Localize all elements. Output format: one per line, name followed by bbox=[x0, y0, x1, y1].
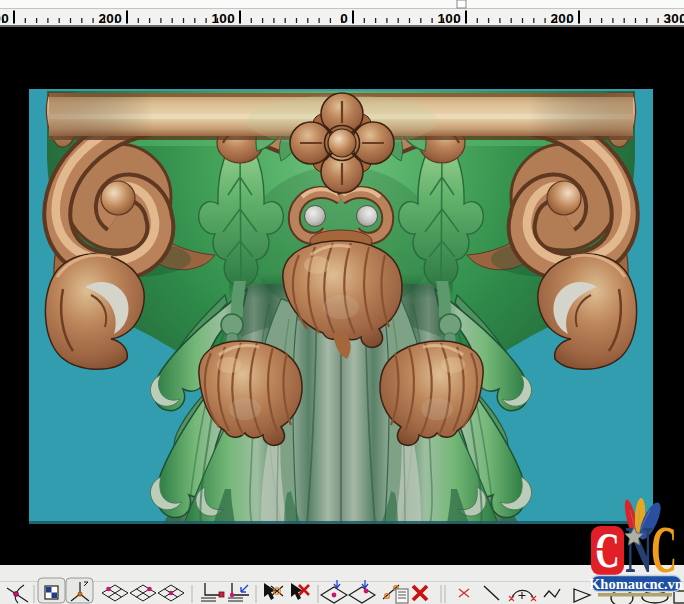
svg-text:300: 300 bbox=[664, 11, 684, 26]
svg-text:300: 300 bbox=[0, 11, 9, 26]
svg-text:0: 0 bbox=[340, 11, 348, 26]
svg-text:100: 100 bbox=[438, 11, 461, 26]
svg-text:200: 200 bbox=[551, 11, 574, 26]
svg-text:100: 100 bbox=[212, 11, 235, 26]
svg-text:Khomaucnc.vn: Khomaucnc.vn bbox=[589, 576, 683, 592]
svg-text:200: 200 bbox=[99, 11, 122, 26]
